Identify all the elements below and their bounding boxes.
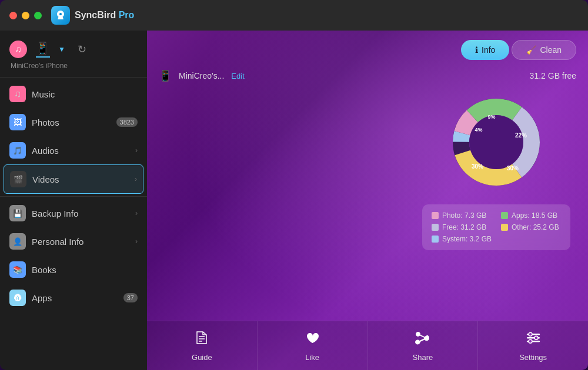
phone-tab-icon[interactable]: 📱 xyxy=(35,41,50,58)
settings-label: Settings xyxy=(519,353,547,362)
svg-point-7 xyxy=(469,115,523,169)
svg-text:9%: 9% xyxy=(487,114,495,120)
apps-nav-icon: 🅐 xyxy=(9,290,26,306)
legend-free-dot xyxy=(432,224,439,231)
sidebar: ♫ 📱 ▼ ↻ MiniCreo's iPhone xyxy=(0,31,147,370)
svg-point-19 xyxy=(529,332,532,336)
info-button[interactable]: ℹ Info xyxy=(461,40,509,60)
backup-label: Backup Info xyxy=(32,208,135,218)
videos-label: Videos xyxy=(32,174,135,184)
personal-nav-icon: 👤 xyxy=(9,233,26,250)
guide-label: Guide xyxy=(192,353,212,362)
legend-system-label: System: 3.2 GB xyxy=(442,235,492,243)
sidebar-item-personal[interactable]: 👤 Personal Info › xyxy=(0,227,147,255)
videos-nav-icon: 🎬 xyxy=(10,171,26,187)
svg-point-0 xyxy=(59,13,62,15)
info-icon: ℹ xyxy=(475,45,478,55)
device-header: ♫ 📱 ▼ ↻ MiniCreo's iPhone xyxy=(0,31,147,78)
legend-apps-label: Apps: 18.5 GB xyxy=(512,211,557,220)
minimize-button[interactable] xyxy=(22,12,29,19)
books-label: Books xyxy=(32,265,138,275)
backup-chevron-icon: › xyxy=(135,209,138,217)
like-icon xyxy=(304,329,320,349)
legend-photo-dot xyxy=(432,212,439,219)
audios-nav-icon: 🎵 xyxy=(9,142,26,159)
apps-badge: 37 xyxy=(123,293,138,302)
bottom-bar: Guide Like Share xyxy=(147,321,588,370)
title-bar: SyncBird Pro xyxy=(0,0,588,31)
legend-free: Free: 31.2 GB xyxy=(432,223,492,231)
device-info-bar: 📱 MiniCreo's... Edit 31.2 GB free xyxy=(147,69,588,89)
clean-icon: 🧹 xyxy=(526,45,536,55)
svg-text:4%: 4% xyxy=(475,127,482,133)
app-title: SyncBird Pro xyxy=(51,6,134,25)
audios-chevron-icon: › xyxy=(135,146,138,154)
content-area: ℹ Info 🧹 Clean 📱 MiniCreo's... Edit 31.2… xyxy=(147,31,588,370)
donut-chart: 22% 30% 30% 9% 4% xyxy=(443,89,549,195)
legend-apps-dot xyxy=(501,212,508,219)
settings-button[interactable]: Settings xyxy=(478,321,588,370)
settings-icon xyxy=(525,329,542,349)
photos-nav-icon: 🖼 xyxy=(9,114,26,130)
music-label: Music xyxy=(32,89,138,99)
device-phone-icon: 📱 xyxy=(159,69,172,82)
music-tab-icon[interactable]: ♫ xyxy=(9,41,27,58)
app-name-suffix: Pro xyxy=(116,10,134,20)
legend-other: Other: 25.2 GB xyxy=(501,223,561,231)
music-nav-icon: ♫ xyxy=(9,86,26,102)
chart-wrapper: 22% 30% 30% 9% 4% Photo: 7.3 GB xyxy=(422,89,570,250)
traffic-lights xyxy=(9,12,42,19)
legend-free-label: Free: 31.2 GB xyxy=(442,223,486,231)
clean-label: Clean xyxy=(540,45,562,55)
svg-text:22%: 22% xyxy=(515,132,527,139)
photos-badge: 3823 xyxy=(116,117,138,127)
chart-legend: Photo: 7.3 GB Apps: 18.5 GB Free: 31.2 G… xyxy=(422,204,570,250)
device-dropdown-arrow[interactable]: ▼ xyxy=(58,45,65,53)
svg-text:30%: 30% xyxy=(472,163,483,170)
backup-nav-icon: 💾 xyxy=(9,205,26,221)
share-label: Share xyxy=(413,353,433,362)
top-toolbar: ℹ Info 🧹 Clean xyxy=(147,31,588,69)
svg-point-20 xyxy=(534,336,538,339)
legend-photo: Photo: 7.3 GB xyxy=(432,211,492,220)
sidebar-item-photos[interactable]: 🖼 Photos 3823 xyxy=(0,108,147,136)
info-label: Info xyxy=(482,45,495,55)
guide-icon xyxy=(193,329,210,349)
refresh-icon[interactable]: ↻ xyxy=(74,41,91,58)
share-button[interactable]: Share xyxy=(368,321,479,370)
clean-button[interactable]: 🧹 Clean xyxy=(512,40,576,60)
legend-system-dot xyxy=(432,236,439,243)
personal-chevron-icon: › xyxy=(135,237,138,245)
videos-chevron-icon: › xyxy=(135,175,137,183)
device-name-label: MiniCreo's iPhone xyxy=(9,62,138,70)
app-name: SyncBird Pro xyxy=(75,10,134,21)
books-nav-icon: 📚 xyxy=(9,261,26,278)
audios-label: Audios xyxy=(32,146,135,156)
share-icon xyxy=(415,329,431,349)
device-storage-label: 31.2 GB free xyxy=(530,71,576,80)
personal-label: Personal Info xyxy=(32,237,135,247)
sidebar-item-books[interactable]: 📚 Books xyxy=(0,255,147,284)
device-edit-button[interactable]: Edit xyxy=(231,72,244,80)
svg-text:30%: 30% xyxy=(507,165,519,171)
sidebar-item-audios[interactable]: 🎵 Audios › xyxy=(0,136,147,164)
sidebar-item-apps[interactable]: 🅐 Apps 37 xyxy=(0,284,147,312)
sidebar-item-videos[interactable]: 🎬 Videos › xyxy=(4,164,143,194)
legend-photo-label: Photo: 7.3 GB xyxy=(442,211,486,220)
close-button[interactable] xyxy=(9,12,17,19)
maximize-button[interactable] xyxy=(34,12,42,19)
legend-other-dot xyxy=(501,224,508,231)
legend-system: System: 3.2 GB xyxy=(432,235,492,243)
photos-label: Photos xyxy=(32,117,116,127)
legend-apps: Apps: 18.5 GB xyxy=(501,211,561,220)
chart-container: 22% 30% 30% 9% 4% Photo: 7.3 GB xyxy=(147,89,588,250)
main-layout: ♫ 📱 ▼ ↻ MiniCreo's iPhone xyxy=(0,31,588,370)
guide-button[interactable]: Guide xyxy=(147,321,258,370)
like-button[interactable]: Like xyxy=(258,321,368,370)
apps-label: Apps xyxy=(32,293,123,303)
legend-other-label: Other: 25.2 GB xyxy=(512,223,559,231)
app-window: SyncBird Pro ♫ 📱 xyxy=(0,0,588,370)
svg-point-21 xyxy=(529,339,532,343)
sidebar-item-music[interactable]: ♫ Music xyxy=(0,80,147,108)
sidebar-item-backup[interactable]: 💾 Backup Info › xyxy=(0,199,147,227)
